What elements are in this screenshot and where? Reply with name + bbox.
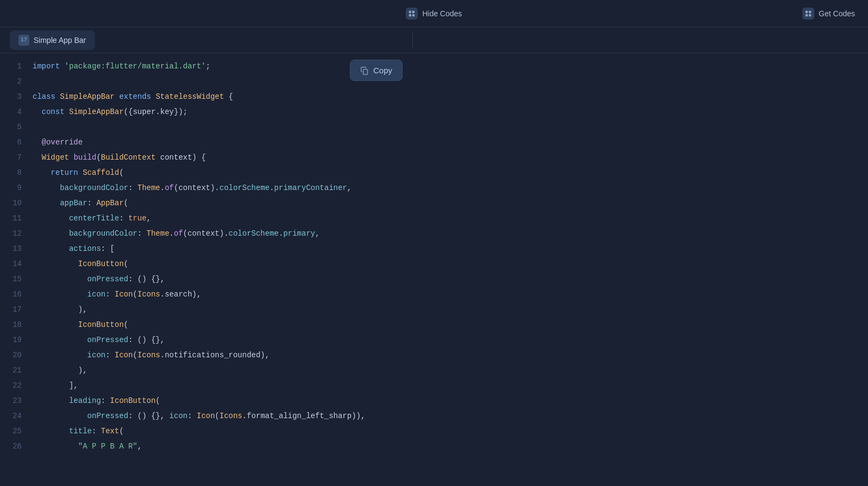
svg-rect-3 [412,14,414,16]
get-codes-button[interactable]: Get Codes [802,8,855,20]
code-line-7: 7 Widget build(BuildContext context) { [0,150,868,165]
tab-simple-app-bar[interactable]: 17 Simple App Bar [10,30,95,50]
code-line-22: 22 ], [0,378,868,393]
code-line-3: 3 class SimpleAppBar extends StatelessWi… [0,89,868,104]
code-line-10: 10 appBar: AppBar( [0,195,868,211]
svg-rect-1 [412,10,414,12]
tab-label: Simple App Bar [34,36,86,45]
svg-rect-2 [409,14,411,16]
code-line-12: 12 backgroundColor: Theme.of(context).co… [0,226,868,241]
code-line-21: 21 ), [0,363,868,378]
tab-divider [412,33,413,47]
code-line-19: 19 onPressed: () {}, [0,332,868,348]
code-line-2: 2 [0,74,868,89]
svg-rect-4 [806,10,808,12]
code-line-5: 5 [0,119,868,135]
code-line-24: 24 onPressed: () {}, icon: Icon(Icons.fo… [0,408,868,424]
top-bar: Hide Codes Get Codes [0,0,868,27]
code-line-6: 6 @override [0,135,868,150]
tab-icon: 17 [18,35,29,46]
svg-rect-5 [809,10,811,12]
code-line-1: 1 import 'package:flutter/material.dart'… [0,59,868,74]
svg-rect-8 [363,69,368,74]
code-line-16: 16 icon: Icon(Icons.search), [0,287,868,302]
svg-rect-7 [809,14,811,16]
hide-codes-button[interactable]: Hide Codes [406,8,462,20]
code-line-26: 26 "A P P B A R", [0,439,868,454]
copy-button[interactable]: Copy [350,60,403,81]
code-line-25: 25 title: Text( [0,424,868,439]
get-codes-icon [802,8,814,20]
code-line-18: 18 IconButton( [0,317,868,332]
copy-label: Copy [373,66,392,75]
hide-codes-label: Hide Codes [422,9,462,18]
code-area: 1 import 'package:flutter/material.dart'… [0,53,868,486]
code-line-11: 11 centerTitle: true, [0,211,868,226]
copy-icon [360,66,369,75]
svg-rect-6 [806,14,808,16]
svg-rect-0 [409,10,411,12]
get-codes-label: Get Codes [819,9,855,18]
code-line-13: 13 actions: [ [0,241,868,256]
code-line-9: 9 backgroundColor: Theme.of(context).col… [0,180,868,195]
code-line-14: 14 IconButton( [0,256,868,272]
code-line-4: 4 const SimpleAppBar({super.key}); [0,104,868,119]
code-line-23: 23 leading: IconButton( [0,393,868,408]
code-line-8: 8 return Scaffold( [0,165,868,180]
code-line-15: 15 onPressed: () {}, [0,272,868,287]
code-line-17: 17 ), [0,302,868,317]
tab-area: 17 Simple App Bar [0,27,868,53]
code-line-20: 20 icon: Icon(Icons.notifications_rounde… [0,348,868,363]
hide-codes-icon [406,8,418,20]
